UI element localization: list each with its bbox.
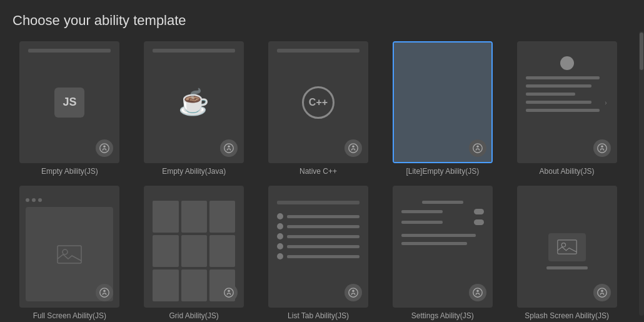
svg-point-13 — [104, 290, 106, 293]
svg-point-18 — [473, 288, 482, 297]
svg-point-17 — [352, 290, 355, 293]
dot — [32, 198, 36, 202]
template-card-fullscreen-js[interactable] — [19, 186, 119, 308]
dots-row — [26, 198, 113, 202]
grid-cell — [153, 235, 178, 267]
template-item-settings-js[interactable]: Settings Ability(JS) — [385, 186, 500, 320]
svg-rect-10 — [58, 246, 81, 263]
list-line — [287, 225, 360, 228]
svg-point-0 — [100, 144, 109, 153]
page-container: Choose your ability template JS Empty Ab… — [0, 0, 644, 322]
template-badge — [345, 139, 362, 157]
template-item-native-cpp[interactable]: C++ Native C++ — [261, 41, 376, 176]
svg-point-2 — [224, 144, 233, 153]
template-item-list-tab-js[interactable]: List Tab Ability(JS) — [261, 186, 376, 320]
settings-top-bar — [422, 201, 463, 204]
svg-point-11 — [63, 249, 68, 254]
template-card-list-tab-js[interactable] — [268, 186, 368, 308]
template-label-list-tab-js: List Tab Ability(JS) — [288, 311, 349, 320]
template-card-about-js[interactable]: › — [517, 41, 617, 163]
svg-point-15 — [228, 290, 230, 293]
scrollbar[interactable] — [639, 31, 644, 316]
svg-point-4 — [349, 144, 358, 153]
about-line — [526, 93, 575, 96]
svg-point-14 — [224, 288, 233, 297]
dot — [38, 198, 42, 202]
settings-line — [401, 234, 476, 237]
template-label-settings-js: Settings Ability(JS) — [411, 311, 474, 320]
settings-row — [401, 209, 484, 214]
template-card-lite-empty-js[interactable] — [393, 41, 493, 163]
settings-label-line — [401, 221, 443, 224]
grid-cell — [209, 201, 235, 233]
list-dot — [277, 243, 283, 249]
about-avatar — [560, 56, 574, 70]
grid-cell — [153, 269, 178, 301]
list-line — [287, 235, 360, 238]
template-badge — [220, 139, 238, 157]
svg-point-3 — [228, 146, 230, 148]
template-label-empty-js: Empty Ability(JS) — [41, 167, 98, 176]
grid-cell — [153, 201, 178, 233]
template-label-empty-java: Empty Ability(Java) — [162, 167, 226, 176]
list-row — [277, 223, 360, 229]
splash-image — [548, 233, 586, 261]
templates-grid: JS Empty Ability(JS) ☕ — [13, 41, 631, 320]
scrollbar-thumb[interactable] — [640, 33, 643, 70]
svg-point-8 — [597, 144, 606, 153]
template-label-lite-empty-js: [Lite]Empty Ability(JS) — [406, 167, 479, 176]
svg-point-19 — [476, 290, 479, 293]
about-line — [526, 76, 600, 79]
svg-point-21 — [561, 243, 565, 247]
template-item-lite-empty-js[interactable]: [Lite]Empty Ability(JS) — [385, 41, 500, 176]
template-item-grid-js[interactable]: Grid Ability(JS) — [137, 186, 251, 320]
template-label-grid-js: Grid Ability(JS) — [169, 311, 219, 320]
template-card-settings-js[interactable] — [393, 186, 493, 308]
list-line — [287, 245, 360, 248]
about-line — [526, 109, 600, 112]
template-card-grid-js[interactable] — [144, 186, 244, 308]
template-label-fullscreen-js: Full Screen Ability(JS) — [33, 311, 106, 320]
svg-point-6 — [473, 144, 482, 153]
settings-toggle — [474, 209, 484, 214]
settings-line — [401, 242, 468, 245]
svg-point-16 — [349, 288, 358, 297]
template-item-empty-java[interactable]: ☕ Empty Ability(Java) — [137, 41, 251, 176]
grid-cell — [209, 235, 235, 267]
template-badge — [220, 284, 238, 301]
svg-point-5 — [352, 146, 355, 148]
grid-cell — [181, 269, 207, 301]
template-badge — [469, 284, 486, 301]
js-icon: JS — [54, 88, 84, 118]
svg-rect-20 — [557, 240, 576, 254]
list-row — [277, 233, 360, 239]
svg-point-22 — [597, 288, 606, 297]
list-dot — [277, 233, 283, 239]
template-card-native-cpp[interactable]: C++ — [268, 41, 368, 163]
list-line — [287, 255, 360, 258]
list-row — [277, 243, 360, 249]
about-line — [526, 101, 592, 104]
grid-cell — [181, 201, 207, 233]
template-item-empty-js[interactable]: JS Empty Ability(JS) — [13, 41, 127, 176]
list-line — [287, 215, 360, 218]
template-badge — [469, 139, 486, 157]
template-card-empty-java[interactable]: ☕ — [144, 41, 244, 163]
card-top-bar — [153, 49, 235, 53]
grid-cell — [181, 235, 207, 267]
template-label-about-js: About Ability(JS) — [540, 167, 595, 176]
card-top-bar — [28, 49, 111, 53]
page-title: Choose your ability template — [13, 13, 631, 29]
template-item-fullscreen-js[interactable]: Full Screen Ability(JS) — [13, 186, 127, 320]
template-item-splash-js[interactable]: Splash Screen Ability(JS) — [510, 186, 624, 320]
template-card-splash-js[interactable] — [517, 186, 617, 308]
settings-bottom-lines — [401, 233, 484, 246]
template-card-empty-js[interactable]: JS — [19, 41, 119, 163]
list-dot — [277, 253, 283, 259]
template-label-splash-js: Splash Screen Ability(JS) — [525, 311, 609, 320]
settings-toggle — [474, 219, 484, 225]
card-top-bar — [277, 49, 360, 53]
template-item-about-js[interactable]: › About Ability(JS) — [510, 41, 624, 176]
svg-point-7 — [476, 146, 479, 148]
list-top-bar — [277, 201, 360, 204]
